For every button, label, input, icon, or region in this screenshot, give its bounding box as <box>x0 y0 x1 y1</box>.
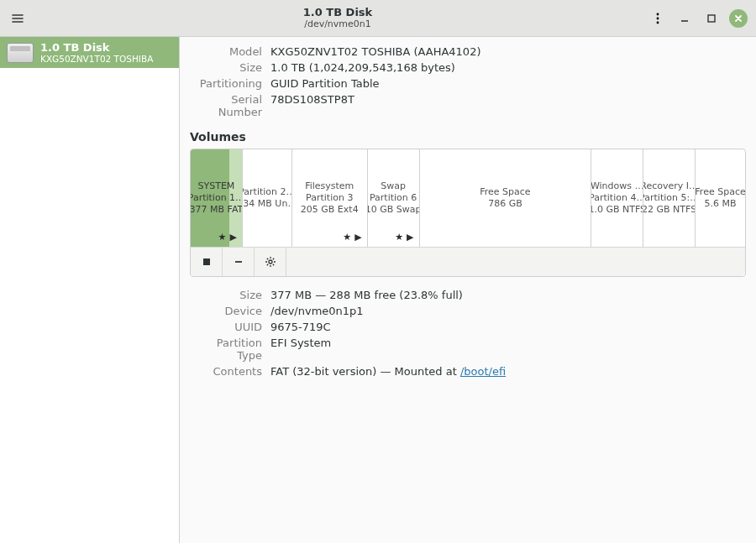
partition-toolbar <box>191 247 745 276</box>
partition-label-line: 22 GB NTFS <box>643 204 696 216</box>
partition-label-line: 134 MB Un… <box>243 198 292 210</box>
volumes-container: SYSTEMPartition 1…377 MB FAT★▶Partition … <box>190 149 746 277</box>
value-sel-ptype: EFI System <box>270 337 331 362</box>
hamburger-icon <box>11 12 24 25</box>
partition-options-button[interactable] <box>255 248 286 276</box>
svg-point-0 <box>657 13 659 15</box>
kebab-icon <box>651 12 664 25</box>
label-sel-device: Device <box>190 305 270 317</box>
partition-label-line: Partition 3 <box>301 192 359 204</box>
sidebar-disk-title: 1.0 TB Disk <box>40 41 153 54</box>
label-sel-uuid: UUID <box>190 321 270 333</box>
window-title: 1.0 TB Disk <box>30 7 645 19</box>
window-minimize-button[interactable] <box>672 6 697 31</box>
maximize-icon <box>705 12 718 25</box>
label-sel-size: Size <box>190 289 270 301</box>
stop-icon <box>201 256 213 268</box>
window-close-button[interactable] <box>726 6 751 31</box>
value-serial: 78DS108STP8T <box>270 93 354 118</box>
label-sel-ptype: Partition Type <box>190 337 270 362</box>
play-icon: ▶ <box>407 232 413 243</box>
svg-point-5 <box>269 260 272 264</box>
partition-label-line: Partition 2… <box>243 186 292 198</box>
label-model: Model <box>190 45 270 58</box>
volumes-heading: Volumes <box>190 130 746 144</box>
label-sel-contents: Contents <box>190 365 270 378</box>
partition-label-line: Free Space <box>480 186 530 198</box>
disk-sidebar: 1.0 TB Disk KXG50ZNV1T02 TOSHIBA <box>0 37 180 543</box>
partition-label-line: Swap <box>368 180 420 192</box>
main-panel: Model KXG50ZNV1T02 TOSHIBA (AAHA4102) Si… <box>180 37 756 543</box>
header-bar: 1.0 TB Disk /dev/nvme0n1 <box>0 0 756 37</box>
partition-label-line: Free Space <box>696 186 745 198</box>
svg-point-2 <box>657 21 659 23</box>
partition-block[interactable]: Free Space786 GB <box>420 149 592 247</box>
partition-block[interactable]: Partition 2…134 MB Un… <box>243 149 292 247</box>
hard-disk-icon <box>7 43 34 63</box>
partition-label-line: 1.0 GB NTFS <box>591 204 643 216</box>
window-subtitle: /dev/nvme0n1 <box>30 19 645 30</box>
partition-label-line: SYSTEM <box>191 180 243 192</box>
partition-block[interactable]: SYSTEMPartition 1…377 MB FAT★▶ <box>191 149 243 247</box>
label-partitioning: Partitioning <box>190 77 270 90</box>
sidebar-disk-subtitle: KXG50ZNV1T02 TOSHIBA <box>40 54 153 64</box>
play-icon: ▶ <box>354 232 361 243</box>
svg-point-1 <box>657 17 659 19</box>
partition-label-line: Partition 5:… <box>643 192 696 204</box>
label-serial: Serial Number <box>190 93 270 118</box>
value-sel-device: /dev/nvme0n1p1 <box>270 305 364 317</box>
value-model: KXG50ZNV1T02 TOSHIBA (AAHA4102) <box>270 45 480 58</box>
value-sel-uuid: 9675-719C <box>270 321 331 333</box>
drive-options-button[interactable] <box>645 6 670 31</box>
minimize-icon <box>678 12 691 25</box>
svg-rect-3 <box>708 15 715 22</box>
partition-label-line: 5.6 MB <box>696 198 745 210</box>
partition-label-line: Partition 1… <box>191 192 243 204</box>
partition-label-line: 10 GB Swap <box>368 204 420 216</box>
app-menu-button[interactable] <box>5 6 30 31</box>
play-icon: ▶ <box>229 232 236 243</box>
partition-label-line: Recovery I… <box>643 180 696 192</box>
partition-block[interactable]: Free Space5.6 MB <box>696 149 745 247</box>
partition-block[interactable]: SwapPartition 610 GB Swap★▶ <box>368 149 420 247</box>
delete-partition-button[interactable] <box>223 248 255 276</box>
close-icon <box>729 9 748 28</box>
partition-label-line: 205 GB Ext4 <box>301 204 359 216</box>
partition-label-line: Partition 6 <box>368 192 420 204</box>
partition-block[interactable]: Recovery I…Partition 5:…22 GB NTFS <box>643 149 696 247</box>
star-icon: ★ <box>395 232 403 243</box>
partition-strip: SYSTEMPartition 1…377 MB FAT★▶Partition … <box>191 149 745 247</box>
value-sel-size: 377 MB — 288 MB free (23.8% full) <box>270 289 463 301</box>
partition-label-line: 377 MB FAT <box>191 204 243 216</box>
partition-block[interactable]: Windows …Partition 4…1.0 GB NTFS <box>591 149 643 247</box>
value-sel-contents: FAT (32-bit version) — Mounted at /boot/… <box>270 365 506 378</box>
minus-icon <box>233 256 244 268</box>
star-icon: ★ <box>343 232 351 243</box>
partition-details: Size 377 MB — 288 MB free (23.8% full) D… <box>190 289 746 378</box>
gear-icon <box>265 256 276 268</box>
label-size: Size <box>190 61 270 74</box>
contents-text: FAT (32-bit version) — Mounted at <box>270 365 460 378</box>
star-icon: ★ <box>218 232 227 243</box>
partition-label-line: 786 GB <box>480 198 530 210</box>
partition-label-line: Filesystem <box>301 180 359 192</box>
partition-block[interactable]: FilesystemPartition 3205 GB Ext4★▶ <box>292 149 368 247</box>
mount-point-link[interactable]: /boot/efi <box>460 365 506 378</box>
sidebar-disk-row[interactable]: 1.0 TB Disk KXG50ZNV1T02 TOSHIBA <box>0 37 179 68</box>
window-maximize-button[interactable] <box>699 6 724 31</box>
svg-rect-4 <box>203 258 210 265</box>
partition-label-line: Windows … <box>591 180 643 192</box>
partition-label-line: Partition 4… <box>591 192 643 204</box>
unmount-button[interactable] <box>191 248 223 276</box>
value-size: 1.0 TB (1,024,209,543,168 bytes) <box>270 61 455 74</box>
value-partitioning: GUID Partition Table <box>270 77 380 90</box>
